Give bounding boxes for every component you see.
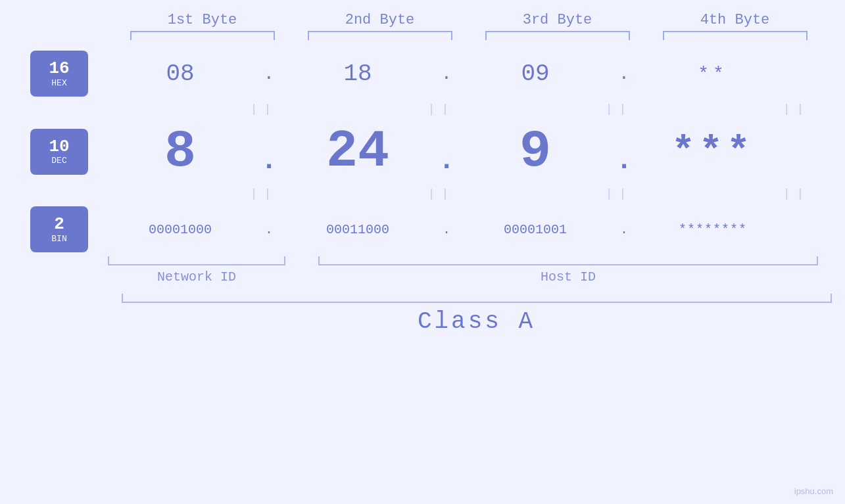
bin-byte4: ******** [640,222,785,237]
dec-values-row: 8 . 24 . 9 . *** [108,122,832,181]
network-id-label: Network ID [108,269,285,285]
bin-byte1: 00001000 [108,222,253,237]
bin-base-number: 2 [54,215,64,234]
eq1-b1: || [192,103,337,116]
watermark: ipshu.com [794,486,833,496]
eq1-b4: || [725,103,846,116]
hex-label-box: 16 HEX [30,51,88,97]
bin-sep3: . [608,222,640,237]
full-bottom-bracket [122,294,832,303]
hex-base-type: HEX [51,78,66,88]
dec-byte4: *** [640,129,785,174]
bin-sep1: . [253,222,285,237]
eq1-b3: || [547,103,692,116]
dec-sep1: . [253,127,285,177]
eq2-b3: || [547,187,692,200]
hex-byte1: 08 [108,60,253,87]
bracket-byte3 [485,31,630,40]
bin-label-box: 2 BIN [30,206,88,252]
dec-byte2: 24 [285,122,430,181]
eq1-b2: || [370,103,514,116]
hex-base-number: 16 [49,59,69,78]
id-gap [285,269,318,285]
bin-byte2: 00011000 [285,222,430,237]
hex-byte2: 18 [285,60,430,87]
dec-base-number: 10 [49,137,69,156]
dec-byte1: 8 [108,122,253,181]
header-byte2: 2nd Byte [304,12,456,28]
id-labels: Network ID Host ID [108,269,845,285]
header-byte4: 4th Byte [660,12,811,28]
dec-byte3: 9 [463,122,608,181]
host-id-label: Host ID [318,269,818,285]
top-brackets [114,31,824,40]
main-container: 1st Byte 2nd Byte 3rd Byte 4th Byte 16 H… [0,0,845,504]
hex-sep3: . [608,64,640,84]
bin-byte3: 00001001 [463,222,608,237]
class-label: Class A [418,308,535,335]
equals-row-2: || || || || [84,184,846,204]
bracket-byte4 [663,31,808,40]
eq2-b1: || [192,187,337,200]
bin-values-row: 00001000 . 00011000 . 00001001 . *******… [108,222,832,237]
header-byte3: 3rd Byte [482,12,633,28]
dec-label-box: 10 DEC [30,129,88,175]
hex-byte4: ** [640,64,785,84]
eq2-b2: || [370,187,514,200]
dec-base-type: DEC [51,156,66,166]
hex-sep1: . [253,64,285,84]
hex-sep2: . [430,64,463,84]
bin-base-type: BIN [51,234,66,244]
bracket-byte1 [130,31,275,40]
eq2-b4: || [725,187,846,200]
bin-sep2: . [430,222,463,237]
hex-values-row: 08 . 18 . 09 . ** [108,60,832,87]
dec-sep3: . [608,127,640,177]
header-byte1: 1st Byte [127,12,278,28]
bracket-byte2 [308,31,452,40]
network-bracket [108,256,285,265]
dec-sep2: . [430,127,463,177]
byte-headers: 1st Byte 2nd Byte 3rd Byte 4th Byte [114,12,824,28]
bottom-brackets-row [108,256,845,265]
class-label-container: Class A [122,308,832,335]
hex-byte3: 09 [463,60,608,87]
equals-row-1: || || || || [84,99,846,119]
host-bracket [318,256,818,265]
